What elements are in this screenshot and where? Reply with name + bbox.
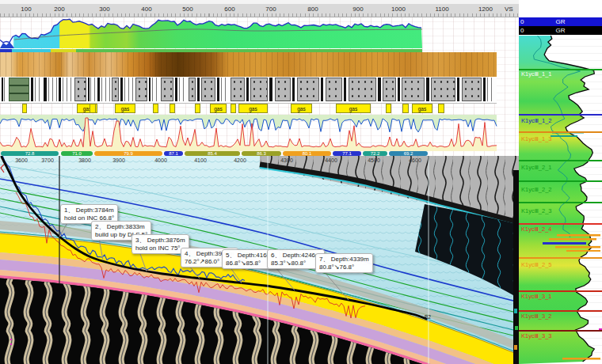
lithology-block [152, 78, 159, 101]
lithology-block [483, 78, 486, 101]
callout-detail-line: 85.3°↘80.8° [271, 260, 321, 267]
gr-curve-name: GR [519, 17, 602, 26]
ruler-unit-label: VS [505, 6, 513, 13]
md-depth-label: 4200 [234, 157, 246, 163]
lithology-block [31, 78, 33, 101]
lithology-block [161, 78, 173, 101]
formation-top-label: K1ycⅢ_2_1 [521, 164, 552, 171]
lithology-block [426, 78, 429, 101]
formation-top-line [519, 290, 602, 292]
gas-marker [438, 104, 444, 113]
md-depth-label: 4500 [368, 157, 380, 163]
callout-depth-line: 6、 Depth:4246m [271, 252, 321, 260]
lithology-block [124, 78, 134, 101]
cross-section-canvas[interactable]: B2 3500360037003800390040004100420043004… [0, 156, 519, 364]
gas-marker [402, 104, 409, 113]
lithology-block [378, 78, 381, 101]
lithology-block [63, 78, 73, 101]
lithology-block [97, 78, 100, 101]
gas-show-track: gasgasgasgasgasgasgas [0, 104, 497, 114]
lithology-block [321, 78, 323, 101]
lithology-block [201, 78, 215, 101]
ruler-tick-label: 500 [182, 6, 192, 13]
ruler-tick-label: 600 [224, 6, 234, 13]
ruler-tick-label: 800 [307, 6, 318, 13]
formation-top-line [519, 180, 602, 182]
md-depth-label: 3600 [15, 157, 28, 163]
callout-detail-line: hold on INC 75° [135, 245, 185, 252]
gas-marker [231, 104, 236, 113]
gas-marker [386, 104, 391, 113]
gas-marker [153, 104, 158, 113]
lithology-track [0, 77, 497, 104]
formation-top-label: K1ycⅢ_3_3 [521, 332, 552, 339]
lithology-block [90, 78, 96, 101]
lithology-block [297, 78, 319, 101]
ruler-tick-label: 1000 [391, 6, 406, 13]
magenta-dot [10, 343, 12, 345]
lithology-block [217, 78, 219, 101]
lithology-block [383, 78, 396, 101]
md-depth-label: 4100 [194, 157, 207, 163]
lithology-block [48, 78, 57, 101]
gr-side-panel: 0 GR 0 GR K1ycⅢ_1_1K1ycⅢ_1_2K1ycⅢ_1_3K1y… [519, 17, 602, 364]
callout-depth-line: 3、 Depth:3876m [135, 237, 185, 245]
ruler-tick-label: 300 [99, 6, 109, 13]
gr-curve-name: GR [519, 26, 602, 35]
callout-detail-line: 80.8°↘76.8° [319, 264, 369, 271]
formation-top-line [519, 257, 602, 259]
target-label: B2 [425, 314, 431, 320]
lithology-block [457, 78, 459, 101]
lithology-block [197, 78, 200, 101]
formation-top-label: K1ycⅢ_1_2 [521, 117, 552, 124]
gas-marker: gas [336, 104, 371, 113]
lithology-block [9, 78, 29, 101]
formation-top-label: K1ycⅢ_2_3 [521, 207, 552, 214]
ruler-tick-label: 900 [352, 6, 363, 13]
lithology-block [292, 78, 295, 101]
md-depth-label: 4600 [409, 157, 421, 163]
formation-top-label: K1ycⅢ_2_5 [521, 261, 552, 268]
md-depth-label: 4000 [154, 157, 167, 163]
lithology-block [349, 78, 376, 101]
lithology-block [431, 78, 455, 101]
lithology-block [59, 78, 61, 101]
gas-marker: gas [115, 104, 135, 113]
gr-track-chart [0, 17, 513, 49]
lithology-block [269, 78, 272, 101]
ruler-tick-label: 1200 [478, 6, 493, 13]
lithology-block [250, 78, 268, 101]
formation-top-label: K1ycⅢ_3_1 [521, 293, 552, 300]
lithology-block [179, 78, 187, 101]
gr-header-blue[interactable]: 0 GR [519, 17, 602, 26]
formation-top-label: K1ycⅢ_1_1 [521, 70, 552, 78]
callout-depth-line: 1、 Depth:3784m [64, 207, 114, 214]
gas-marker [22, 104, 27, 113]
formation-top-label: K1ycⅢ_3_2 [521, 313, 552, 320]
formation-top-label: K1ycⅢ_2_2 [521, 186, 552, 193]
lithology-block [88, 78, 90, 101]
md-depth-label: 3800 [78, 157, 91, 163]
lithology-block [189, 78, 196, 101]
lithology-block [326, 78, 342, 101]
gas-marker [90, 104, 96, 113]
formation-top-label: K1ycⅢ_1_3 [521, 135, 552, 142]
lithology-block [2, 78, 3, 101]
lithology-block [135, 78, 147, 101]
ruler-tick-label: 200 [54, 6, 64, 13]
lithology-block [4, 78, 7, 101]
md-depth-label: 3900 [112, 157, 125, 163]
lithology-block [101, 78, 110, 101]
lithology-block [120, 78, 123, 101]
formation-top-line [519, 202, 602, 203]
formation-top-line [519, 160, 602, 161]
lithology-block [74, 78, 86, 101]
gas-marker: gas [291, 104, 312, 113]
lithology-block [402, 78, 425, 101]
trajectory-callout[interactable]: 7、 Depth:4339m80.8°↘76.8° [315, 253, 373, 273]
gr-header-black[interactable]: 0 GR [519, 26, 602, 35]
callout-depth-line: 2、 Depth:3833m [95, 223, 147, 231]
md-depth-label: 3700 [41, 157, 54, 163]
lithology-block [175, 78, 177, 101]
lithology-block [462, 78, 482, 101]
